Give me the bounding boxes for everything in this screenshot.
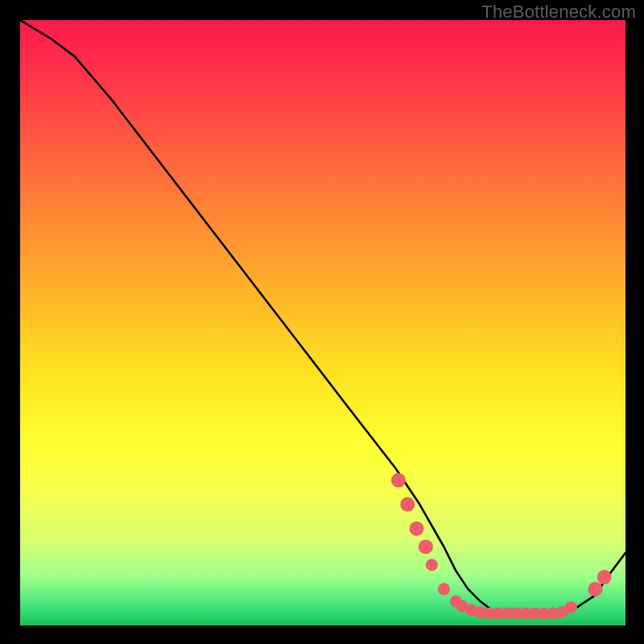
curve-marker <box>419 539 433 554</box>
curve-marker <box>410 522 424 536</box>
bottleneck-curve <box>20 20 625 613</box>
curve-svg <box>20 20 625 625</box>
curve-marker <box>400 497 415 512</box>
curve-marker <box>391 473 406 487</box>
curve-marker <box>588 582 602 597</box>
chart-stage: TheBottleneck.com <box>0 0 644 644</box>
curve-marker <box>438 583 450 595</box>
curve-markers <box>391 473 612 619</box>
curve-marker <box>426 559 438 571</box>
curve-marker <box>597 570 612 584</box>
plot-area <box>20 20 625 625</box>
curve-marker <box>565 601 577 613</box>
